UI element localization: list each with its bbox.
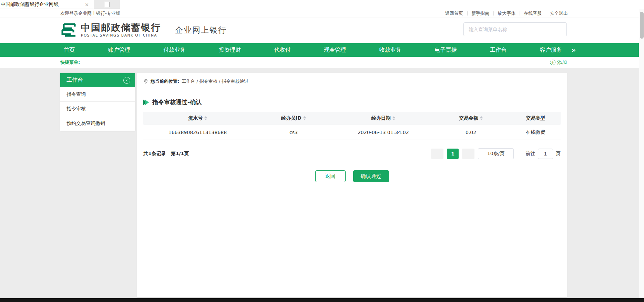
product-name: 企业网上银行	[175, 25, 227, 36]
vertical-scrollbar[interactable]	[639, 9, 644, 298]
nav-investment[interactable]: 投资理财	[219, 47, 241, 54]
goto-page-input[interactable]	[538, 149, 553, 159]
page-size-select[interactable]: 10条/页	[478, 148, 514, 159]
sidebar-item-instruction-query[interactable]: 指令查询	[60, 87, 135, 102]
main-area: 工作台 ‹ 指令查询 指令审核 预约交易查询撤销 您当前的位置: 工作台 / 指…	[0, 68, 644, 298]
app-window: 中国邮政储蓄银行企业网银 × 欢迎登录企业网上银行-专业版 返回首页 新手指南 …	[0, 0, 644, 302]
close-icon[interactable]: ×	[83, 2, 90, 7]
collapse-circle-icon[interactable]: ‹	[123, 77, 130, 84]
new-tab-zone	[94, 0, 120, 9]
browser-tabbar: 中国邮政储蓄银行企业网银 ×	[0, 0, 644, 9]
nav-collection-payment[interactable]: 代收付	[274, 47, 291, 54]
sidebar-item-instruction-review[interactable]: 指令审核	[60, 102, 135, 116]
col-operator-id[interactable]: 经办员ID	[252, 115, 335, 121]
goto-page: 前往 页	[525, 149, 561, 159]
sort-icon[interactable]	[392, 116, 395, 120]
prev-page-button[interactable]	[431, 149, 443, 159]
bottom-bar	[0, 298, 644, 302]
breadcrumb-path: 工作台 / 指令审核 / 指令审核通过	[182, 78, 248, 84]
main-nav: 首页 账户管理 付款业务 投资理财 代收付 现金管理 收款业务 电子票据 工作台…	[0, 43, 644, 57]
back-button[interactable]: 返回	[315, 170, 346, 182]
goto-label: 前往	[525, 151, 535, 157]
link-return-home[interactable]: 返回首页	[441, 10, 467, 17]
action-buttons: 返回 确认通过	[137, 170, 567, 182]
quick-menu-label: 快捷菜单:	[60, 59, 80, 66]
nav-e-bill[interactable]: 电子票据	[435, 47, 457, 54]
bank-logo-icon	[60, 21, 78, 39]
sort-icon[interactable]	[204, 116, 207, 120]
instruction-table: 流水号 经办员ID 经办日期 交易金额	[143, 112, 561, 140]
chevron-double-right-icon[interactable]: »	[572, 46, 575, 54]
scrollbar-thumb[interactable]	[640, 12, 644, 39]
next-page-button[interactable]	[462, 149, 474, 159]
col-operate-date[interactable]: 经办日期	[335, 115, 431, 121]
cell-operate-date: 2020-06-13 01:34:02	[335, 130, 431, 135]
add-circle-icon: +	[550, 60, 555, 65]
cell-transaction-type: 在线缴费	[511, 129, 561, 135]
content-panel: 您当前的位置: 工作台 / 指令审核 / 指令审核通过 指令审核通过-确认 流水…	[137, 73, 567, 297]
brand: 中国邮政储蓄银行 POSTAL SAVINGS BANK OF CHINA 企业…	[60, 21, 227, 39]
page-number-current[interactable]: 1	[447, 149, 459, 159]
nav-cash-management[interactable]: 现金管理	[324, 47, 346, 54]
nav-payment-business[interactable]: 付款业务	[163, 47, 185, 54]
nav-account-management[interactable]: 账户管理	[108, 47, 130, 54]
menu-search-input[interactable]	[463, 22, 567, 36]
nav-items: 首页 账户管理 付款业务 投资理财 代收付 现金管理 收款业务 电子票据 工作台…	[64, 47, 562, 54]
double-triangle-icon	[143, 100, 149, 105]
browser-tab[interactable]: 中国邮政储蓄银行企业网银 ×	[0, 0, 94, 9]
sidebar-header-workbench[interactable]: 工作台 ‹	[60, 73, 135, 87]
record-summary: 共1条记录 第1/1页	[143, 151, 189, 157]
bank-names: 中国邮政储蓄银行 POSTAL SAVINGS BANK OF CHINA	[81, 23, 161, 37]
col-transaction-amount[interactable]: 交易金额	[431, 115, 511, 121]
location-icon	[143, 79, 148, 84]
link-beginner-guide[interactable]: 新手指南	[467, 10, 493, 17]
utility-bar: 欢迎登录企业网上银行-专业版 返回首页 新手指南 放大字体 在线客服 安全退出	[0, 9, 644, 18]
nav-workbench[interactable]: 工作台	[490, 47, 507, 54]
page-info: 第1/1页	[171, 151, 189, 157]
nav-customer-service[interactable]: 客户服务	[540, 47, 562, 54]
nav-receivables[interactable]: 收款业务	[379, 47, 401, 54]
nav-home[interactable]: 首页	[64, 47, 75, 54]
page-title: 指令审核通过-确认	[152, 98, 202, 106]
sort-icon[interactable]	[480, 116, 483, 120]
breadcrumb: 您当前的位置: 工作台 / 指令审核 / 指令审核通过	[143, 73, 561, 89]
col-serial-number[interactable]: 流水号	[143, 115, 252, 121]
cell-operator-id: cs3	[252, 130, 335, 135]
link-online-service[interactable]: 在线客服	[520, 10, 546, 17]
sidebar-item-reserved-trade-query-cancel[interactable]: 预约交易查询撤销	[60, 116, 135, 131]
bank-name-en: POSTAL SAVINGS BANK OF CHINA	[81, 33, 161, 37]
goto-suffix: 页	[556, 151, 561, 157]
sidebar-title: 工作台	[67, 77, 83, 84]
utility-links: 返回首页 新手指南 放大字体 在线客服 安全退出	[441, 10, 572, 17]
quick-menu-add-label: 添加	[557, 59, 567, 66]
confirm-pass-button[interactable]: 确认通过	[353, 170, 389, 182]
quick-menu-add-button[interactable]: + 添加	[550, 59, 567, 66]
sidebar: 工作台 ‹ 指令查询 指令审核 预约交易查询撤销	[60, 73, 135, 131]
table-footer: 共1条记录 第1/1页 1 10条/页 前往 页	[143, 148, 561, 159]
col-transaction-type: 交易类型	[511, 115, 561, 121]
pagination: 1 10条/页 前往 页	[431, 148, 561, 159]
sort-icon[interactable]	[303, 116, 306, 120]
table-header-row: 流水号 经办员ID 经办日期 交易金额	[143, 112, 561, 125]
browser-tab-title: 中国邮政储蓄银行企业网银	[1, 1, 59, 8]
table-row[interactable]: 1663890826113138688 cs3 2020-06-13 01:34…	[143, 125, 561, 140]
bank-name-cn: 中国邮政储蓄银行	[81, 23, 161, 32]
brand-divider	[168, 23, 168, 37]
page-header: 中国邮政储蓄银行 POSTAL SAVINGS BANK OF CHINA 企业…	[0, 18, 644, 43]
cell-serial-number: 1663890826113138688	[143, 130, 252, 135]
cell-transaction-amount: 0.02	[431, 130, 511, 135]
breadcrumb-prefix: 您当前的位置:	[151, 78, 179, 84]
welcome-text: 欢迎登录企业网上银行-专业版	[60, 10, 120, 17]
section-title-row: 指令审核通过-确认	[143, 98, 561, 106]
link-enlarge-font[interactable]: 放大字体	[493, 10, 520, 17]
record-count: 共1条记录	[143, 151, 166, 157]
link-safe-logout[interactable]: 安全退出	[546, 10, 572, 17]
quick-menu-bar: 快捷菜单: + 添加	[0, 57, 644, 68]
new-tab-icon[interactable]	[104, 2, 110, 7]
